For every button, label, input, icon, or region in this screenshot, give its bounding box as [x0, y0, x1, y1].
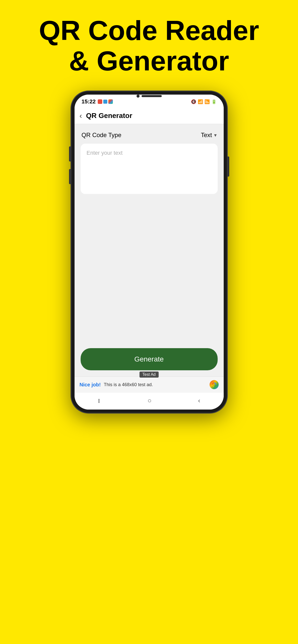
qr-type-row: QR Code Type Text ▾	[81, 132, 218, 139]
back-button[interactable]: ‹	[80, 112, 82, 119]
ad-nice-job: Nice job!	[80, 382, 101, 388]
camera-dot	[137, 95, 140, 98]
app-icon-1	[98, 99, 102, 104]
app-icon-3	[108, 99, 113, 104]
text-input-placeholder: Enter your text	[87, 150, 123, 156]
speaker-bar	[142, 95, 162, 97]
screen-content: QR Code Type Text ▾ Enter your text Gene…	[75, 124, 224, 376]
app-bar: ‹ QR Generator	[75, 108, 224, 124]
wifi-icon: 📶	[198, 99, 203, 104]
ad-tag: Test Ad	[139, 372, 158, 378]
qr-type-label: QR Code Type	[82, 132, 121, 139]
phone-mockup: 15:22 🔇 📶 📶 🔋 ‹ QR Generator	[0, 86, 298, 413]
nav-home-button[interactable]: ○	[148, 397, 152, 405]
bottom-nav: ⫿ ○ ‹	[75, 393, 224, 410]
ad-text: This is a 468x60 test ad.	[101, 382, 210, 387]
nav-menu-button[interactable]: ⫿	[98, 397, 101, 404]
phone-notch	[137, 95, 162, 98]
qr-type-selector[interactable]: Text ▾	[201, 132, 216, 139]
status-app-icons	[98, 99, 113, 104]
ad-logo	[210, 380, 219, 389]
text-input-area[interactable]: Enter your text	[81, 144, 218, 194]
qr-type-value: Text	[201, 132, 212, 139]
app-icon-2	[103, 100, 107, 104]
app-bar-title: QR Generator	[86, 112, 133, 120]
signal-icon: 📶	[205, 99, 210, 104]
phone-frame: 15:22 🔇 📶 📶 🔋 ‹ QR Generator	[71, 91, 227, 413]
nav-back-button[interactable]: ‹	[198, 397, 200, 405]
phone-screen: 15:22 🔇 📶 📶 🔋 ‹ QR Generator	[75, 95, 224, 410]
mute-icon: 🔇	[191, 99, 196, 104]
status-time: 15:22	[82, 98, 96, 105]
battery-icon: 🔋	[211, 99, 217, 104]
empty-space	[81, 199, 218, 343]
dropdown-arrow-icon: ▾	[214, 132, 217, 138]
ad-banner: Test Ad Nice job! This is a 468x60 test …	[75, 376, 224, 393]
status-system-icons: 🔇 📶 📶 🔋	[191, 99, 217, 104]
generate-button[interactable]: Generate	[81, 348, 218, 370]
page-title: QR Code Reader & Generator	[0, 0, 298, 86]
